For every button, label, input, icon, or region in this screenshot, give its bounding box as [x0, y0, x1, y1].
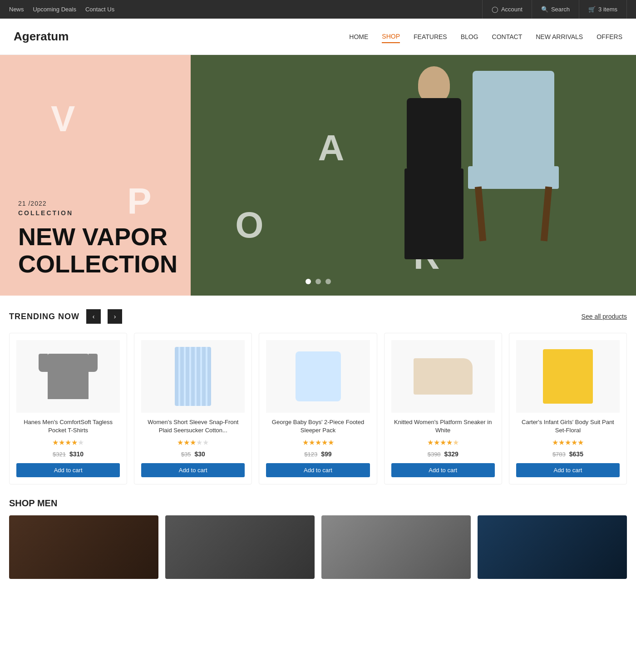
- product-new-price-3: $99: [321, 450, 331, 458]
- hero-collection-name: COLLECTION: [18, 209, 173, 217]
- main-nav: HOME SHOP FEATURES BLOG CONTACT NEW ARRI…: [349, 30, 622, 43]
- trending-title: TRENDING NOW: [9, 312, 79, 321]
- trending-header: TRENDING NOW ‹ › See all products: [9, 309, 627, 324]
- product-card-5: Carter's Infant Girls' Body Suit Pant Se…: [509, 333, 627, 484]
- top-bar-links: News Upcoming Deals Contact Us: [9, 6, 114, 13]
- product-price-1: $321 $310: [53, 450, 84, 458]
- chair-back: [473, 71, 554, 171]
- product-image-4: [391, 340, 495, 413]
- product-image-2: [141, 340, 245, 413]
- product-card-4: Knitted Women's Platform Sneaker in Whit…: [384, 333, 502, 484]
- cart-label: 3 items: [598, 6, 617, 13]
- trending-prev-button[interactable]: ‹: [86, 309, 101, 324]
- nav-blog[interactable]: BLOG: [461, 31, 478, 43]
- see-all-link[interactable]: See all products: [582, 313, 627, 320]
- product-name-2: Women's Short Sleeve Snap-Front Plaid Se…: [141, 418, 245, 435]
- person-head: [418, 66, 450, 103]
- hero-dot-3[interactable]: [325, 279, 331, 284]
- header: Ageratum HOME SHOP FEATURES BLOG CONTACT…: [0, 19, 636, 55]
- top-bar: News Upcoming Deals Contact Us ◯ Account…: [0, 0, 636, 19]
- product-card-1: Hanes Men's ComfortSoft Tagless Pocket T…: [9, 333, 127, 484]
- onesie-icon: [296, 351, 341, 401]
- products-row: Hanes Men's ComfortSoft Tagless Pocket T…: [9, 333, 627, 484]
- cart-icon: 🛒: [588, 6, 596, 13]
- upcoming-deals-link[interactable]: Upcoming Deals: [33, 6, 76, 13]
- nav-new-arrivals[interactable]: NEW ARRIVALS: [536, 31, 583, 43]
- product-old-price-2: $35: [181, 451, 191, 458]
- product-stars-3: ★★★★★: [302, 438, 334, 447]
- hero-left-panel: 21 /2022 COLLECTION NEW VAPOR COLLECTION: [0, 55, 191, 296]
- person-legs: [404, 168, 463, 259]
- nav-home[interactable]: HOME: [349, 31, 368, 43]
- chair-leg-2: [475, 187, 486, 242]
- product-card-2: Women's Short Sleeve Snap-Front Plaid Se…: [134, 333, 252, 484]
- nav-offers[interactable]: OFFERS: [597, 31, 622, 43]
- product-new-price-2: $30: [194, 450, 205, 458]
- account-button[interactable]: ◯ Account: [482, 0, 532, 19]
- search-label: Search: [551, 6, 570, 13]
- trending-title-row: TRENDING NOW ‹ ›: [9, 309, 122, 324]
- product-image-5: [516, 340, 620, 413]
- product-price-2: $35 $30: [181, 450, 205, 458]
- search-button[interactable]: 🔍 Search: [532, 0, 579, 19]
- product-old-price-1: $321: [53, 451, 66, 458]
- person-body: [407, 98, 461, 171]
- product-new-price-4: $329: [444, 450, 459, 458]
- chair-leg-1: [541, 187, 552, 242]
- hero-collection-year: 21 /2022: [18, 200, 173, 207]
- shop-men-section: SHOP MEN: [0, 489, 636, 579]
- product-old-price-3: $123: [304, 451, 317, 458]
- product-stars-2: ★★★★★: [177, 438, 209, 447]
- person-silhouette: [382, 62, 563, 289]
- hero-banner: V A P O R 21 /2022 COLLECTION NEW VAPOR …: [0, 55, 636, 296]
- product-name-3: George Baby Boys' 2-Piece Footed Sleeper…: [266, 418, 370, 435]
- logo: Ageratum: [14, 30, 69, 44]
- product-stars-4: ★★★★★: [427, 438, 459, 447]
- hero-figure: [345, 55, 600, 296]
- shop-men-card-4[interactable]: [478, 515, 627, 579]
- hero-dot-2[interactable]: [316, 279, 321, 284]
- shoe-icon: [414, 358, 473, 395]
- hero-dot-1[interactable]: [306, 279, 311, 284]
- news-link[interactable]: News: [9, 6, 24, 13]
- tshirt-icon: [48, 354, 89, 399]
- chair-seat: [468, 166, 559, 189]
- product-card-3: George Baby Boys' 2-Piece Footed Sleeper…: [259, 333, 377, 484]
- trending-next-button[interactable]: ›: [108, 309, 122, 324]
- add-to-cart-button-1[interactable]: Add to cart: [16, 463, 120, 477]
- account-label: Account: [501, 6, 523, 13]
- trending-section: TRENDING NOW ‹ › See all products Hanes …: [0, 296, 636, 489]
- product-old-price-4: $398: [428, 451, 441, 458]
- product-old-price-5: $783: [552, 451, 566, 458]
- nav-shop[interactable]: SHOP: [382, 30, 400, 43]
- product-price-4: $398 $329: [428, 450, 459, 458]
- dress-icon: [175, 347, 211, 406]
- product-price-5: $783 $635: [552, 450, 583, 458]
- product-stars-5: ★★★★★: [552, 438, 584, 447]
- cart-button[interactable]: 🛒 3 items: [579, 0, 627, 19]
- contact-us-link[interactable]: Contact Us: [85, 6, 114, 13]
- product-name-5: Carter's Infant Girls' Body Suit Pant Se…: [516, 418, 620, 435]
- hero-dots: [306, 279, 331, 284]
- account-icon: ◯: [492, 6, 498, 13]
- add-to-cart-button-3[interactable]: Add to cart: [266, 463, 370, 477]
- shop-men-card-3[interactable]: [321, 515, 471, 579]
- nav-contact[interactable]: CONTACT: [492, 31, 523, 43]
- add-to-cart-button-2[interactable]: Add to cart: [141, 463, 245, 477]
- add-to-cart-button-5[interactable]: Add to cart: [516, 463, 620, 477]
- product-image-3: [266, 340, 370, 413]
- product-name-1: Hanes Men's ComfortSoft Tagless Pocket T…: [16, 418, 120, 435]
- shop-men-card-1[interactable]: [9, 515, 158, 579]
- shop-men-card-2[interactable]: [165, 515, 315, 579]
- product-price-3: $123 $99: [304, 450, 331, 458]
- product-stars-1: ★★★★★: [52, 438, 84, 447]
- nav-features[interactable]: FEATURES: [414, 31, 447, 43]
- product-image-1: [16, 340, 120, 413]
- add-to-cart-button-4[interactable]: Add to cart: [391, 463, 495, 477]
- product-new-price-1: $310: [69, 450, 84, 458]
- top-bar-actions: ◯ Account 🔍 Search 🛒 3 items: [482, 0, 627, 19]
- product-name-4: Knitted Women's Platform Sneaker in Whit…: [391, 418, 495, 435]
- search-icon: 🔍: [541, 6, 548, 13]
- shop-men-grid: [9, 515, 627, 579]
- shop-men-title: SHOP MEN: [9, 498, 627, 509]
